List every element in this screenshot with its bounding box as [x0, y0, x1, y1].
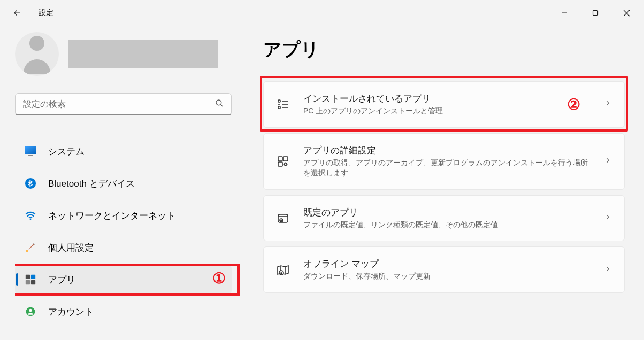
sidebar-nav: システム Bluetooth とデバイス ネットワークとインターネット 個人用設…	[15, 137, 240, 329]
sidebar-item-label: 個人用設定	[48, 242, 94, 254]
card-title: 既定のアプリ	[303, 206, 591, 219]
default-apps-icon	[275, 212, 290, 225]
chevron-right-icon	[604, 157, 611, 166]
svg-rect-14	[26, 280, 30, 284]
profile-section[interactable]	[15, 32, 246, 76]
titlebar: 設定	[0, 0, 644, 26]
card-subtitle: アプリの取得、アプリのアーカイブ、更新プログラムのアンインストールを行う場所を選…	[303, 158, 591, 179]
svg-rect-25	[283, 157, 288, 161]
svg-rect-26	[278, 162, 282, 166]
card-subtitle: PC 上のアプリのアンインストールと管理	[303, 106, 554, 117]
sidebar-item-bluetooth[interactable]: Bluetooth とデバイス	[15, 169, 232, 198]
svg-point-10	[30, 218, 32, 220]
page-title: アプリ	[263, 37, 625, 62]
maximize-icon	[592, 10, 599, 16]
sidebar-item-label: アカウント	[48, 306, 94, 318]
svg-point-27	[285, 163, 287, 165]
svg-line-5	[220, 104, 223, 106]
chevron-right-icon	[604, 265, 611, 275]
sidebar-item-apps[interactable]: アプリ	[15, 265, 232, 294]
map-icon	[275, 264, 290, 276]
card-subtitle: ファイルの既定値、リンク種類の既定値、その他の既定値	[303, 220, 591, 230]
card-advanced-app-settings[interactable]: アプリの詳細設定 アプリの取得、アプリのアーカイブ、更新プログラムのアンインスト…	[263, 133, 625, 190]
chevron-right-icon	[604, 213, 611, 223]
sidebar-item-accounts[interactable]: アカウント	[15, 297, 232, 326]
card-title: オフライン マップ	[303, 258, 591, 270]
close-button[interactable]	[611, 2, 642, 24]
sidebar: システム Bluetooth とデバイス ネットワークとインターネット 個人用設…	[0, 26, 246, 340]
paintbrush-icon	[25, 242, 36, 253]
annotation-step2-number: ②	[567, 96, 580, 113]
card-title: インストールされているアプリ	[303, 92, 554, 105]
search-input[interactable]	[15, 93, 232, 115]
svg-rect-1	[593, 11, 598, 16]
list-apps-icon	[275, 98, 290, 111]
svg-rect-13	[31, 275, 35, 279]
window-title: 設定	[39, 8, 53, 18]
sidebar-item-network[interactable]: ネットワークとインターネット	[15, 201, 232, 230]
svg-point-17	[29, 309, 32, 312]
back-arrow-icon	[12, 8, 22, 18]
back-button[interactable]	[6, 2, 28, 24]
chevron-right-icon	[604, 99, 611, 109]
svg-point-4	[216, 100, 221, 105]
bluetooth-icon	[25, 177, 36, 189]
minimize-button[interactable]	[549, 2, 580, 24]
sidebar-item-label: システム	[48, 145, 85, 158]
sidebar-item-personalization[interactable]: 個人用設定	[15, 233, 232, 262]
svg-rect-12	[26, 275, 30, 279]
sidebar-item-system[interactable]: システム	[15, 137, 232, 166]
svg-point-11	[26, 250, 28, 252]
card-default-apps[interactable]: 既定のアプリ ファイルの既定値、リンク種類の既定値、その他の既定値	[263, 195, 625, 242]
svg-rect-15	[31, 280, 35, 284]
window-controls	[549, 2, 642, 24]
sidebar-item-label: Bluetooth とデバイス	[48, 177, 135, 190]
svg-rect-7	[25, 146, 36, 154]
close-icon	[623, 10, 630, 17]
wifi-icon	[25, 210, 36, 221]
maximize-button[interactable]	[580, 2, 611, 24]
user-name-redacted	[68, 40, 218, 68]
card-subtitle: ダウンロード、保存場所、マップ更新	[303, 271, 591, 282]
settings-card-list: インストールされているアプリ PC 上のアプリのアンインストールと管理 ② アプ…	[263, 81, 625, 293]
search-icon	[214, 98, 224, 110]
sidebar-item-label: ネットワークとインターネット	[48, 210, 175, 222]
svg-rect-8	[28, 155, 33, 156]
svg-rect-18	[278, 100, 280, 102]
avatar	[15, 32, 59, 76]
svg-rect-24	[278, 157, 282, 161]
minimize-icon	[561, 10, 568, 16]
card-title: アプリの詳細設定	[303, 144, 591, 157]
annotation-step1-number: ①	[211, 271, 227, 287]
account-icon	[25, 306, 36, 318]
card-installed-apps[interactable]: インストールされているアプリ PC 上のアプリのアンインストールと管理 ②	[263, 81, 625, 128]
main-panel: アプリ インストールされているアプリ PC 上のアプリのアンインストールと管理 …	[246, 26, 644, 340]
card-offline-maps[interactable]: オフライン マップ ダウンロード、保存場所、マップ更新	[263, 246, 625, 293]
system-icon	[25, 145, 36, 157]
apps-icon	[25, 274, 36, 285]
advanced-settings-icon	[275, 155, 290, 168]
svg-rect-19	[278, 106, 280, 109]
sidebar-item-label: アプリ	[48, 274, 75, 286]
search-container	[15, 93, 232, 115]
